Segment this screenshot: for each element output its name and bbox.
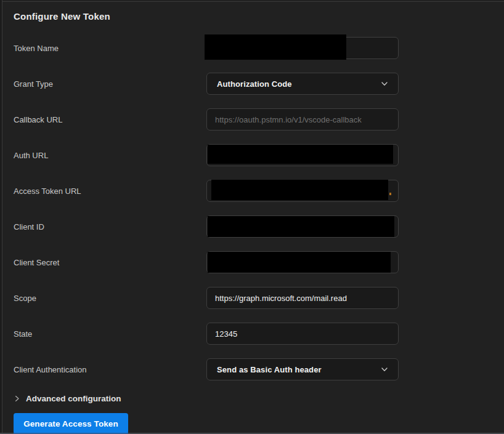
client-authentication-dropdown[interactable]: Send as Basic Auth header: [206, 358, 399, 380]
form-row-token-name: Token Name: [14, 37, 490, 59]
chevron-down-icon: [380, 365, 389, 374]
client-secret-control: [206, 251, 399, 273]
redaction-overlay: [205, 34, 346, 60]
form-row-state: State: [14, 323, 490, 345]
auth-url-control: [206, 144, 399, 166]
auth-url-label: Auth URL: [14, 151, 206, 160]
callback-url-input[interactable]: [206, 108, 399, 131]
token-name-control: [206, 37, 399, 59]
scope-label: Scope: [14, 294, 206, 303]
redaction-overlay: [208, 145, 393, 164]
client-id-label: Client ID: [14, 222, 206, 231]
redaction-overlay: [211, 180, 388, 200]
access-token-url-control: [206, 180, 399, 202]
chevron-right-icon: [14, 395, 20, 402]
redaction-artifact: [389, 193, 391, 195]
form-row-grant-type: Grant Type Authorization Code: [14, 73, 490, 95]
token-name-label: Token Name: [14, 44, 206, 53]
form-row-client-authentication: Client Authentication Send as Basic Auth…: [14, 358, 490, 380]
form-row-callback-url: Callback URL: [14, 108, 490, 131]
form-row-scope: Scope: [14, 287, 490, 309]
token-form: Token Name Grant Type Authorization Code…: [14, 37, 490, 434]
scope-input[interactable]: [206, 287, 399, 309]
form-row-access-token-url: Access Token URL: [14, 180, 490, 202]
callback-url-label: Callback URL: [14, 115, 206, 124]
grant-type-dropdown[interactable]: Authorization Code: [206, 73, 399, 95]
form-row-client-secret: Client Secret: [14, 251, 490, 273]
client-authentication-control: Send as Basic Auth header: [206, 358, 399, 380]
form-row-client-id: Client ID: [14, 215, 490, 238]
form-row-auth-url: Auth URL: [14, 144, 490, 166]
state-control: [206, 323, 399, 345]
generate-access-token-button[interactable]: Generate Access Token: [14, 413, 128, 434]
page-title: Configure New Token: [14, 11, 490, 22]
state-input[interactable]: [206, 323, 399, 345]
client-secret-label: Client Secret: [14, 258, 206, 267]
configure-token-panel: Configure New Token Token Name Grant Typ…: [14, 2, 490, 434]
advanced-configuration-toggle[interactable]: Advanced configuration: [14, 394, 490, 403]
redaction-overlay: [208, 252, 391, 273]
grant-type-selected-value: Authorization Code: [217, 79, 292, 89]
client-authentication-label: Client Authentication: [14, 365, 206, 374]
panel-left-edge: [0, 0, 2, 434]
scope-control: [206, 287, 399, 309]
redaction-overlay: [208, 216, 394, 237]
advanced-configuration-label: Advanced configuration: [26, 394, 121, 403]
access-token-url-label: Access Token URL: [14, 187, 206, 196]
grant-type-label: Grant Type: [14, 79, 206, 89]
callback-url-control: [206, 108, 399, 131]
client-authentication-selected-value: Send as Basic Auth header: [217, 365, 322, 374]
grant-type-control: Authorization Code: [206, 73, 399, 95]
state-label: State: [14, 329, 206, 339]
chevron-down-icon: [380, 79, 389, 88]
client-id-control: [206, 215, 399, 238]
